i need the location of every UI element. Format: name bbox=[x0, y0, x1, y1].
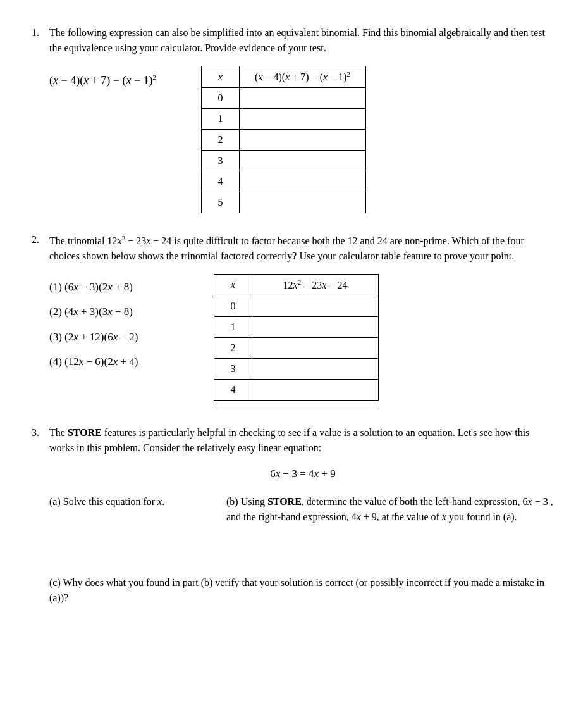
table-row: 2 bbox=[202, 130, 366, 151]
problem-1-number: 1. bbox=[32, 25, 44, 213]
problem-1-table: x (x − 4)(x + 7) − (x − 1)2 0 1 bbox=[201, 66, 366, 213]
table2-row3-x: 2 bbox=[214, 337, 252, 358]
table1-row3-x: 2 bbox=[202, 130, 240, 151]
table1-row2-x: 1 bbox=[202, 109, 240, 130]
table2-col2-header: 12x2 − 23x − 24 bbox=[252, 274, 379, 296]
problem-3-equation: 6x − 3 = 4x + 9 bbox=[49, 466, 556, 482]
table2-col1-header: x bbox=[214, 274, 252, 296]
problem-2-table-wrapper: x 12x2 − 23x − 24 0 bbox=[214, 274, 379, 406]
table-row: 3 bbox=[202, 151, 366, 171]
problem-2: 2. The trinomial 12x2 − 23x − 24 is quit… bbox=[32, 232, 556, 406]
table1-row5-x: 4 bbox=[202, 171, 240, 192]
table2-row4-val bbox=[252, 358, 379, 379]
table1-row1-x: 0 bbox=[202, 88, 240, 109]
problem-1-header: 1. The following expression can also be … bbox=[32, 25, 556, 213]
subpart-c-label: (c) bbox=[49, 577, 63, 588]
table2-row1-x: 0 bbox=[214, 296, 252, 316]
choice-4: (4) (12x − 6)(2x + 4) bbox=[49, 354, 188, 370]
table1-col1-header: x bbox=[202, 66, 240, 88]
problem-3-subparts: (a) Solve this equation for x. (b) Using… bbox=[49, 494, 556, 525]
table-row: 1 bbox=[202, 109, 366, 130]
table1-row5-val bbox=[240, 171, 366, 192]
table-row: 4 bbox=[214, 379, 379, 400]
table2-row2-x: 1 bbox=[214, 316, 252, 337]
table-row: 2 bbox=[214, 337, 379, 358]
table1-row1-val bbox=[240, 88, 366, 109]
problem-3-number: 3. bbox=[32, 425, 44, 606]
table2-row3-val bbox=[252, 337, 379, 358]
table1-row6-x: 5 bbox=[202, 192, 240, 213]
table1-row4-val bbox=[240, 151, 366, 171]
choice-3: (3) (2x + 12)(6x − 2) bbox=[49, 329, 188, 345]
table1-row3-val bbox=[240, 130, 366, 151]
choice-2: (2) (4x + 3)(3x − 8) bbox=[49, 304, 188, 320]
problem-1-text: The following expression can also be sim… bbox=[49, 27, 545, 53]
problem-2-text: The trinomial 12x2 − 23x − 24 is quite d… bbox=[49, 235, 524, 261]
problem-1-body: (x − 4)(x + 7) − (x − 1)2 x (x − 4)(x + … bbox=[49, 66, 556, 213]
table-row: 4 bbox=[202, 171, 366, 192]
table2-row2-val bbox=[252, 316, 379, 337]
problem-2-table: x 12x2 − 23x − 24 0 bbox=[214, 274, 379, 401]
problem-2-body: (1) (6x − 3)(2x + 8) (2) (4x + 3)(3x − 8… bbox=[49, 274, 556, 406]
table-row: 0 bbox=[214, 296, 379, 316]
problem-2-header: 2. The trinomial 12x2 − 23x − 24 is quit… bbox=[32, 232, 556, 406]
problem-2-number: 2. bbox=[32, 232, 44, 406]
problem-1: 1. The following expression can also be … bbox=[32, 25, 556, 213]
problem-1-content: The following expression can also be sim… bbox=[49, 25, 556, 213]
table1-row4-x: 3 bbox=[202, 151, 240, 171]
table1-row2-val bbox=[240, 109, 366, 130]
problem-3-header: 3. The STORE features is particularly he… bbox=[32, 425, 556, 606]
table2-row1-val bbox=[252, 296, 379, 316]
table1-row6-val bbox=[240, 192, 366, 213]
problem-3-text: The STORE features is particularly helpf… bbox=[49, 427, 529, 453]
table-row: 5 bbox=[202, 192, 366, 213]
subpart-c-text: Why does what you found in part (b) veri… bbox=[49, 577, 544, 603]
problem-3: 3. The STORE features is particularly he… bbox=[32, 425, 556, 606]
table2-row4-x: 3 bbox=[214, 358, 252, 379]
subpart-b-text: Using STORE, determine the value of both… bbox=[226, 496, 553, 522]
problem-3-content: The STORE features is particularly helpf… bbox=[49, 425, 556, 606]
table1-col2-header: (x − 4)(x + 7) − (x − 1)2 bbox=[240, 66, 366, 88]
problem-1-expression: (x − 4)(x + 7) − (x − 1)2 bbox=[49, 66, 176, 89]
table-row: 3 bbox=[214, 358, 379, 379]
subpart-a: (a) Solve this equation for x. bbox=[49, 494, 188, 525]
subpart-c: (c) Why does what you found in part (b) … bbox=[49, 575, 556, 606]
table-row: 0 bbox=[202, 88, 366, 109]
choices-list: (1) (6x − 3)(2x + 8) (2) (4x + 3)(3x − 8… bbox=[49, 274, 188, 370]
table2-row5-x: 4 bbox=[214, 379, 252, 400]
table-row: 1 bbox=[214, 316, 379, 337]
subpart-a-text: Solve this equation for x. bbox=[63, 496, 164, 507]
subpart-b-label: (b) bbox=[226, 496, 241, 507]
subpart-b: (b) Using STORE, determine the value of … bbox=[226, 494, 556, 525]
choice-1: (1) (6x − 3)(2x + 8) bbox=[49, 279, 188, 296]
problem-2-content: The trinomial 12x2 − 23x − 24 is quite d… bbox=[49, 232, 556, 406]
subpart-a-label: (a) bbox=[49, 496, 63, 507]
table2-row5-val bbox=[252, 379, 379, 400]
